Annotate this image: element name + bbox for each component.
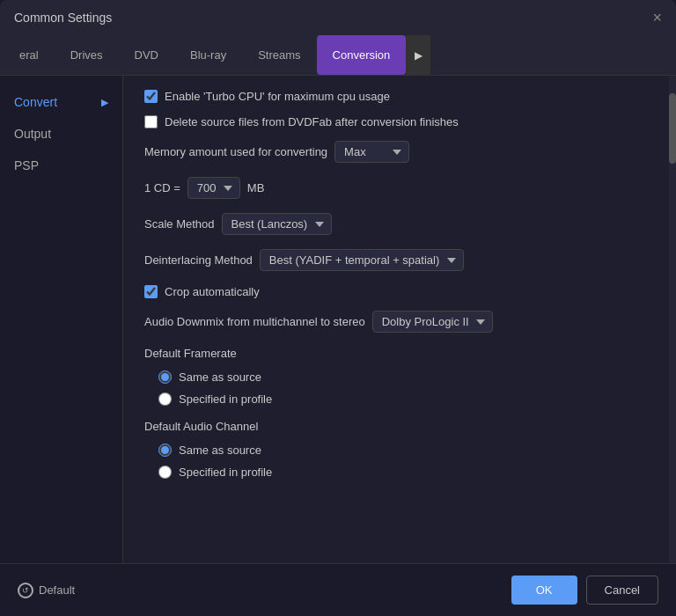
sidebar-item-psp[interactable]: PSP <box>0 150 122 181</box>
audio-downmix-select[interactable]: Dolby ProLogic II Stereo None <box>372 311 493 333</box>
delete-source-checkbox[interactable] <box>144 115 158 128</box>
delete-source-label: Delete source files from DVDFab after co… <box>165 115 459 128</box>
audio-specified-row: Specified in profile <box>158 466 648 479</box>
tab-general[interactable]: eral <box>4 35 55 75</box>
framerate-same-source-radio[interactable] <box>158 370 172 384</box>
audio-same-source-radio[interactable] <box>158 444 172 457</box>
titlebar: Common Settings × <box>0 0 676 35</box>
sidebar-item-convert[interactable]: Convert ▶ <box>0 86 122 118</box>
audio-downmix-row: Audio Downmix from multichannel to stere… <box>144 311 648 333</box>
default-audio-title: Default Audio Channel <box>144 420 648 433</box>
deinterlacing-label: Deinterlacing Method <box>144 253 253 267</box>
cd-label: 1 CD = <box>144 181 180 194</box>
cd-unit: MB <box>247 181 265 194</box>
common-settings-dialog: Common Settings × eral Drives DVD Blu-ra… <box>0 0 676 616</box>
framerate-same-source-row: Same as source <box>158 370 648 384</box>
delete-source-row: Delete source files from DVDFab after co… <box>144 115 648 128</box>
framerate-radio-group: Same as source Specified in profile <box>158 370 648 406</box>
tab-drives[interactable]: Drives <box>55 35 119 75</box>
scale-method-row: Scale Method Best (Lanczos) Bilinear Bic… <box>144 213 648 235</box>
cancel-button[interactable]: Cancel <box>586 576 658 605</box>
default-framerate-title: Default Framerate <box>144 347 648 360</box>
cd-row: 1 CD = 700 650 800 MB <box>144 177 648 199</box>
enable-turbo-label: Enable 'Turbo CPU' for maximum cpu usage <box>165 90 390 103</box>
default-button[interactable]: ↺ Default <box>18 583 75 598</box>
audio-same-source-row: Same as source <box>158 444 648 457</box>
audio-same-source-label: Same as source <box>179 444 261 457</box>
default-icon: ↺ <box>18 583 33 598</box>
framerate-specified-radio[interactable] <box>158 392 172 406</box>
enable-turbo-row: Enable 'Turbo CPU' for maximum cpu usage <box>144 90 648 103</box>
memory-row: Memory amount used for converting Max Hi… <box>144 141 648 163</box>
tab-next-arrow[interactable]: ▶ <box>406 35 430 75</box>
dialog-title: Common Settings <box>14 11 112 25</box>
tabbar: eral Drives DVD Blu-ray Streams Conversi… <box>0 35 676 76</box>
crop-auto-checkbox[interactable] <box>144 285 158 298</box>
chevron-right-icon: ▶ <box>101 97 108 108</box>
tab-streams[interactable]: Streams <box>242 35 316 75</box>
tab-bluray[interactable]: Blu-ray <box>174 35 242 75</box>
memory-select[interactable]: Max High Medium Low <box>334 141 409 163</box>
framerate-specified-row: Specified in profile <box>158 392 648 406</box>
scrollbar-thumb[interactable] <box>669 93 676 164</box>
audio-downmix-label: Audio Downmix from multichannel to stere… <box>144 315 365 328</box>
footer: ↺ Default OK Cancel <box>0 563 676 616</box>
ok-button[interactable]: OK <box>511 576 577 605</box>
audio-channel-radio-group: Same as source Specified in profile <box>158 444 648 479</box>
main-panel: Enable 'Turbo CPU' for maximum cpu usage… <box>123 76 669 563</box>
framerate-specified-label: Specified in profile <box>179 392 272 406</box>
memory-label: Memory amount used for converting <box>144 145 327 158</box>
main-content-wrapper: Enable 'Turbo CPU' for maximum cpu usage… <box>123 76 676 563</box>
deinterlacing-row: Deinterlacing Method Best (YADIF + tempo… <box>144 249 648 271</box>
cd-value-select[interactable]: 700 650 800 <box>187 177 240 199</box>
deinterlacing-select[interactable]: Best (YADIF + temporal + spatial) YADIF … <box>260 249 464 271</box>
audio-specified-radio[interactable] <box>158 466 172 479</box>
tab-dvd[interactable]: DVD <box>119 35 174 75</box>
enable-turbo-checkbox[interactable] <box>144 90 158 103</box>
scale-method-label: Scale Method <box>144 217 215 231</box>
audio-specified-label: Specified in profile <box>179 466 272 479</box>
sidebar-item-output[interactable]: Output <box>0 118 122 150</box>
crop-auto-row: Crop automatically <box>144 285 648 298</box>
sidebar: Convert ▶ Output PSP <box>0 76 123 563</box>
footer-buttons: OK Cancel <box>511 576 658 605</box>
crop-auto-label: Crop automatically <box>165 285 260 298</box>
framerate-same-source-label: Same as source <box>179 370 261 384</box>
tab-conversion[interactable]: Conversion <box>317 35 407 75</box>
close-button[interactable]: × <box>652 10 662 26</box>
scale-method-select[interactable]: Best (Lanczos) Bilinear Bicubic <box>222 213 332 235</box>
body: Convert ▶ Output PSP Enable 'Turbo CPU' … <box>0 76 676 563</box>
scrollbar-track <box>669 76 676 563</box>
